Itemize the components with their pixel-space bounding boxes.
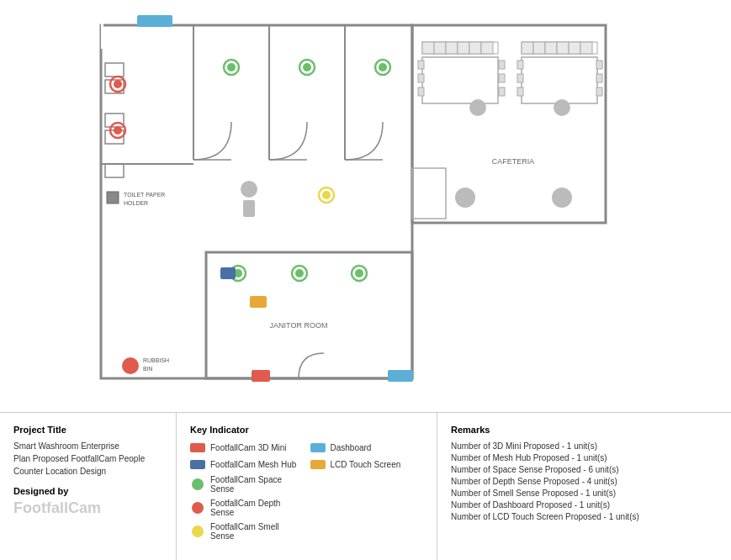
svg-rect-17 — [469, 42, 481, 54]
key-indicator-section: Key Indicator FootfallCam 3D MiniDashboa… — [177, 413, 437, 560]
remark-item: Number of Mesh Hub Proposed - 1 unit(s) — [451, 453, 718, 462]
svg-rect-78 — [252, 370, 270, 382]
remark-item: Number of Depth Sense Proposed - 4 unit(… — [451, 477, 718, 486]
key-item — [310, 499, 424, 517]
svg-rect-77 — [250, 296, 267, 308]
key-item: FootfallCam Depth Sense — [190, 499, 304, 517]
legend-icon — [190, 502, 205, 514]
svg-point-53 — [241, 181, 257, 198]
key-item-label: Dashboard — [331, 443, 372, 452]
floorplan-container: JANITOR ROOM CAFETERIA — [0, 0, 731, 412]
key-item — [310, 475, 424, 494]
svg-text:JANITOR ROOM: JANITOR ROOM — [270, 321, 328, 330]
project-line2: Plan Proposed FootfallCam People — [13, 454, 145, 463]
designed-by-label: Designed by — [13, 486, 162, 496]
svg-point-70 — [322, 191, 331, 199]
project-heading: Project Title — [13, 425, 162, 435]
remark-item: Number of Dashboard Proposed - 1 unit(s) — [451, 500, 718, 510]
project-line3: Counter Location Design — [13, 467, 106, 476]
svg-rect-58 — [137, 15, 172, 27]
key-item: FootfallCam Smell Sense — [190, 522, 304, 541]
svg-text:CAFETERIA: CAFETERIA — [492, 157, 535, 166]
svg-rect-39 — [596, 74, 602, 82]
key-indicator-heading: Key Indicator — [190, 425, 423, 435]
remarks-heading: Remarks — [451, 425, 718, 435]
svg-rect-29 — [533, 42, 545, 54]
svg-rect-14 — [434, 42, 446, 54]
svg-rect-13 — [422, 42, 434, 54]
svg-rect-54 — [243, 200, 255, 217]
remark-item: Number of Space Sense Proposed - 6 unit(… — [451, 465, 718, 474]
svg-rect-15 — [446, 42, 458, 54]
svg-rect-30 — [545, 42, 557, 54]
svg-text:TOILET PAPER: TOILET PAPER — [124, 192, 165, 198]
remark-item: Number of 3D Mini Proposed - 1 unit(s) — [451, 441, 718, 451]
svg-rect-80 — [220, 267, 236, 279]
legend-icon — [190, 441, 205, 453]
project-title: Smart Washroom Enterprise Plan Proposed … — [13, 440, 162, 478]
legend-icon — [310, 458, 326, 470]
svg-point-26 — [469, 99, 486, 116]
svg-rect-34 — [522, 57, 597, 103]
svg-point-55 — [122, 357, 139, 374]
key-item: FootfallCam 3D Mini — [190, 441, 304, 453]
svg-rect-36 — [517, 74, 523, 82]
svg-rect-45 — [105, 63, 124, 77]
svg-point-74 — [295, 269, 304, 277]
svg-rect-47 — [105, 114, 124, 127]
svg-rect-16 — [458, 42, 469, 54]
svg-text:HOLDER: HOLDER — [124, 200, 148, 206]
footfallcam-brand: FootfallCam — [13, 499, 162, 517]
remarks-list: Number of 3D Mini Proposed - 1 unit(s)Nu… — [451, 441, 718, 521]
svg-text:BIN: BIN — [143, 366, 153, 372]
remark-item: Number of LCD Touch Screen Proposed - 1 … — [451, 512, 718, 521]
svg-point-44 — [552, 188, 572, 208]
svg-point-66 — [114, 80, 122, 88]
svg-rect-37 — [517, 87, 523, 96]
svg-rect-49 — [105, 164, 124, 177]
svg-rect-18 — [481, 42, 493, 54]
svg-rect-35 — [517, 61, 523, 69]
svg-point-60 — [227, 63, 236, 71]
legend-icon — [190, 478, 205, 490]
key-item-label: FootfallCam Smell Sense — [210, 522, 304, 541]
svg-rect-42 — [412, 168, 446, 219]
svg-rect-40 — [596, 87, 602, 96]
key-indicator-grid: FootfallCam 3D MiniDashboardFootfallCam … — [190, 441, 423, 541]
key-item-label: LCD Touch Screen — [331, 460, 401, 469]
legend-icon — [190, 458, 205, 470]
svg-point-43 — [455, 188, 475, 208]
key-item-label: FootfallCam Mesh Hub — [210, 460, 296, 469]
remarks-section: Remarks Number of 3D Mini Proposed - 1 u… — [437, 413, 731, 560]
key-item-label: FootfallCam 3D Mini — [210, 443, 287, 452]
svg-text:RUBBISH: RUBBISH — [143, 357, 169, 363]
svg-point-41 — [554, 99, 570, 116]
svg-rect-21 — [418, 74, 424, 82]
remark-item: Number of Smell Sense Proposed - 1 unit(… — [451, 489, 718, 498]
key-item: Dashboard — [310, 441, 424, 453]
legend-icon — [190, 526, 205, 537]
svg-rect-28 — [522, 42, 533, 54]
svg-rect-1 — [412, 25, 606, 223]
key-item: FootfallCam Mesh Hub — [190, 458, 304, 470]
svg-rect-25 — [499, 87, 505, 96]
svg-rect-79 — [388, 370, 413, 382]
svg-point-64 — [379, 63, 387, 71]
key-item-label: FootfallCam Depth Sense — [210, 499, 304, 517]
project-section: Project Title Smart Washroom Enterprise … — [0, 413, 177, 560]
svg-point-68 — [114, 126, 122, 135]
svg-rect-20 — [418, 61, 424, 69]
bottom-panel: Project Title Smart Washroom Enterprise … — [0, 412, 731, 560]
svg-rect-33 — [580, 42, 592, 54]
svg-rect-50 — [107, 192, 119, 203]
svg-point-62 — [303, 63, 311, 71]
svg-rect-22 — [418, 87, 424, 96]
key-item — [310, 522, 424, 541]
svg-rect-24 — [499, 74, 505, 82]
svg-point-76 — [355, 269, 363, 277]
svg-rect-81 — [101, 24, 103, 49]
svg-rect-32 — [569, 42, 580, 54]
key-item: LCD Touch Screen — [310, 458, 424, 470]
key-item-label: FootfallCam Space Sense — [210, 475, 304, 494]
legend-icon — [310, 441, 326, 453]
